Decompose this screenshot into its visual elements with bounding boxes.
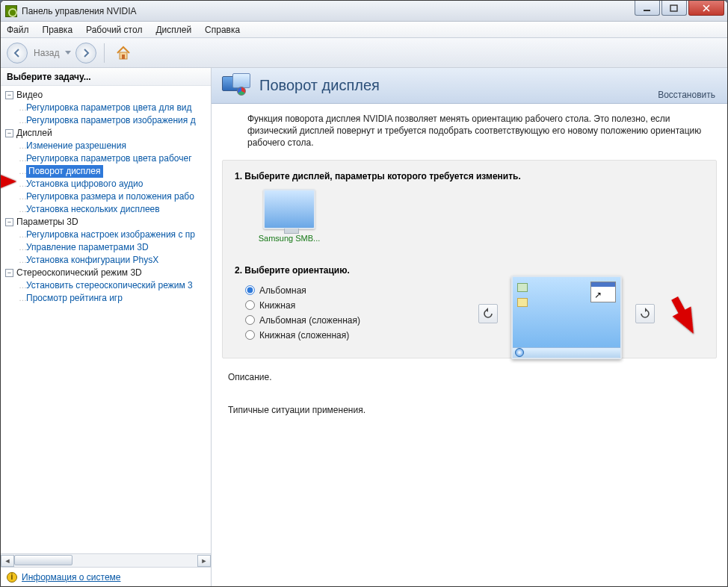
tree-item[interactable]: Регулировка размера и положения рабо [26,190,194,203]
close-button[interactable] [688,1,724,16]
minimize-button[interactable] [635,1,660,16]
menu-desktop[interactable]: Рабочий стол [86,25,142,35]
radio-input[interactable] [245,285,255,295]
svg-rect-0 [644,10,650,11]
rotate-ccw-button[interactable] [478,304,498,323]
restore-link[interactable]: Восстановить [658,90,715,100]
radio-input[interactable] [245,315,255,325]
monitor-icon [263,189,315,229]
toolbar: Назад [1,38,727,68]
horizontal-scrollbar[interactable]: ◄ ► [1,553,211,567]
tree-item[interactable]: Установка цифрового аудио [26,178,143,190]
tree-item[interactable]: Управление параметрами 3D [26,241,149,254]
preview-start-icon [515,348,524,357]
desktop-icon [517,283,528,292]
collapse-icon[interactable]: − [5,129,13,137]
page-description: Функция поворота дисплея NVIDIA позволяе… [212,104,727,160]
tree-group-3d[interactable]: Параметры 3D [16,216,78,229]
display-item[interactable]: Samsung SMB... [248,189,330,243]
window: Панель управления NVIDIA Файл Правка Раб… [0,0,728,587]
page-title: Поворот дисплея [259,77,380,94]
step1-title: 1. Выберите дисплей, параметры которого … [235,171,704,181]
menu-file[interactable]: Файл [7,25,29,35]
menu-help[interactable]: Справка [205,25,240,35]
tree-item[interactable]: Установить стереоскопический режим 3 [26,279,193,292]
orientation-option[interactable]: Альбомная [245,283,704,298]
system-info-link[interactable]: Информация о системе [22,572,120,583]
system-info-link-row: i Информация о системе [1,567,211,586]
description-heading: Описание. [228,372,711,382]
menubar: Файл Правка Рабочий стол Дисплей Справка [1,22,727,38]
tree-item[interactable]: Регулировка параметров изображения д [26,114,196,127]
collapse-icon[interactable]: − [5,269,13,277]
tree-item-selected[interactable]: Поворот дисплея [26,165,103,178]
tree-group-stereo[interactable]: Стереоскопический режим 3D [16,267,142,279]
rotate-cw-button[interactable] [635,304,655,323]
preview-window-icon: ↗ [590,282,616,302]
display-label: Samsung SMB... [248,234,330,243]
menu-edit[interactable]: Правка [43,25,73,35]
orientation-option[interactable]: Книжная (сложенная) [245,328,704,343]
preview-taskbar [513,347,620,358]
rotate-display-icon [222,73,252,99]
titlebar[interactable]: Панель управления NVIDIA [1,1,727,22]
radio-input[interactable] [245,330,255,340]
annotation-arrow-icon [1,175,16,188]
step2-title: 2. Выберите ориентацию. [235,265,704,276]
toolbar-separator [104,43,105,63]
scroll-thumb[interactable] [14,555,73,565]
scroll-left-icon[interactable]: ◄ [1,555,14,567]
settings-panel: 1. Выберите дисплей, параметры которого … [222,160,717,358]
tree-group-display[interactable]: Дисплей [16,127,52,140]
tree-item[interactable]: Изменение разрешения [26,140,126,152]
task-tree: −Видео Регулировка параметров цвета для … [1,86,211,553]
content-header: Поворот дисплея Восстановить [212,68,727,104]
orientation-preview: ↗ [511,276,622,359]
sidebar: Выберите задачу... −Видео Регулировка па… [1,68,212,586]
tree-item[interactable]: Регулировка параметров цвета для вид [26,102,191,114]
radio-input[interactable] [245,300,255,310]
window-title: Панель управления NVIDIA [22,6,137,16]
content-pane: Поворот дисплея Восстановить Функция пов… [212,68,727,586]
svg-rect-3 [122,55,125,59]
back-label: Назад [34,48,59,58]
info-icon: i [7,572,17,583]
tree-item[interactable]: Установка конфигурации PhysX [26,254,158,267]
typical-heading: Типичные ситуации применения. [228,405,711,415]
home-button[interactable] [112,43,135,63]
back-button[interactable] [7,43,28,63]
collapse-icon[interactable]: − [5,91,13,99]
tree-item[interactable]: Установка нескольких дисплеев [26,203,160,216]
nvidia-icon [5,5,17,17]
back-history-dropdown[interactable] [65,43,73,63]
tree-item[interactable]: Регулировка настроек изображения с пр [26,229,195,241]
scroll-right-icon[interactable]: ► [197,555,211,567]
collapse-icon[interactable]: − [5,218,13,226]
sidebar-heading: Выберите задачу... [1,68,211,86]
svg-rect-1 [670,5,677,11]
tree-item[interactable]: Регулировка параметров цвета рабочег [26,152,192,165]
desktop-icon [517,298,528,307]
forward-button[interactable] [75,43,96,63]
tree-group-video[interactable]: Видео [16,89,43,102]
menu-display[interactable]: Дисплей [155,25,191,35]
tree-item[interactable]: Просмотр рейтинга игр [26,292,123,305]
maximize-button[interactable] [661,1,687,16]
